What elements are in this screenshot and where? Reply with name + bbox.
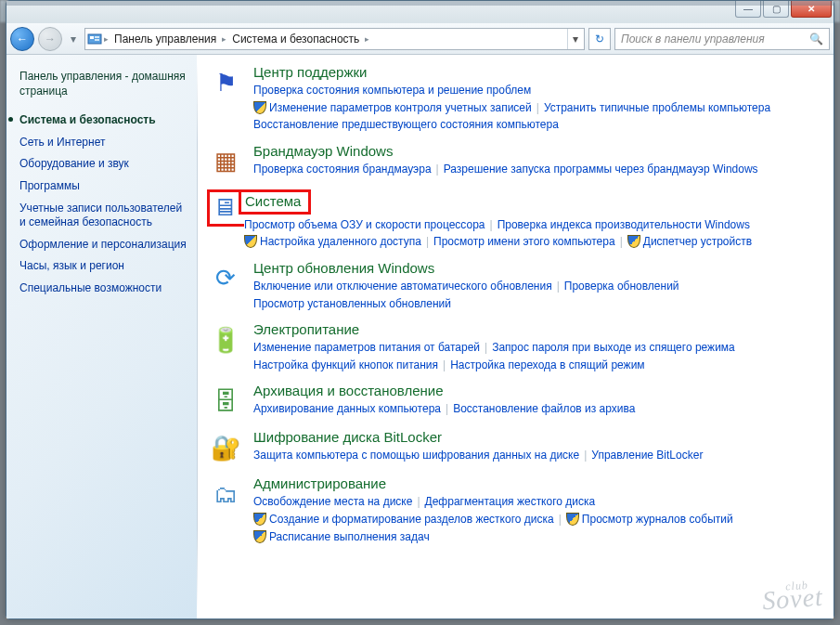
windows-update-icon: ⟳ [207, 260, 244, 297]
flag-icon: ⚑ [207, 64, 244, 101]
task-link[interactable]: Защита компьютера с помощью шифрования д… [253, 449, 579, 462]
link-row: Архивирование данных компьютера|Восстано… [253, 400, 819, 418]
category: 🗄Архивация и восстановлениеАрхивирование… [207, 383, 819, 420]
category-title-link[interactable]: Шифрование диска BitLocker [253, 429, 442, 445]
category-title-link[interactable]: Центр поддержки [253, 64, 367, 80]
sidebar-item-user-accounts[interactable]: Учетные записи пользователей и семейная … [19, 198, 189, 234]
task-link[interactable]: Управление BitLocker [591, 449, 703, 462]
task-link[interactable]: Настройка перехода в спящий режим [450, 358, 644, 371]
task-link[interactable]: Проверка состояния компьютера и решение … [253, 84, 531, 97]
link-separator: | [490, 218, 493, 231]
task-link[interactable]: Запрос пароля при выходе из спящего режи… [492, 341, 735, 354]
task-link[interactable]: Изменение параметров питания от батарей [253, 341, 480, 354]
sidebar-item-ease-of-access[interactable]: Специальные возможности [19, 278, 189, 300]
task-link[interactable]: Архивирование данных компьютера [253, 402, 441, 415]
task-link[interactable]: Просмотр журналов событий [582, 513, 733, 526]
task-link[interactable]: Просмотр имени этого компьютера [433, 235, 615, 248]
sidebar-item-programs[interactable]: Программы [19, 176, 189, 198]
link-separator: | [559, 513, 562, 526]
task-link[interactable]: Просмотр установленных обновлений [253, 297, 451, 310]
category-title-link[interactable]: Брандмауэр Windows [253, 143, 393, 159]
task-link[interactable]: Освобождение места на диске [253, 495, 412, 508]
link-row: Изменение параметров питания от батарей|… [253, 339, 819, 357]
search-input[interactable]: Поиск в панели управления 🔍 [614, 28, 830, 50]
task-link[interactable]: Проверка состояния брандмауэра [253, 163, 432, 176]
breadcrumb-item[interactable]: Система и безопасность [228, 33, 363, 46]
task-link[interactable]: Диспетчер устройств [643, 235, 752, 248]
category-title-link[interactable]: Электропитание [253, 321, 359, 337]
link-row: Восстановление предшествующего состояния… [253, 116, 819, 134]
task-link[interactable]: Проверка индекса производительности Wind… [498, 218, 750, 231]
task-link[interactable]: Восстановление файлов из архива [453, 402, 635, 415]
category-title-link[interactable]: Архивация и восстановление [253, 383, 444, 398]
breadcrumb-sep-icon: ▸ [104, 34, 109, 44]
breadcrumb-dropdown[interactable]: ▾ [567, 29, 582, 49]
category: ⟳Центр обновления WindowsВключение или о… [207, 260, 819, 312]
task-link[interactable]: Расписание выполнения задач [269, 530, 430, 543]
link-row: Расписание выполнения задач [253, 528, 819, 546]
task-link[interactable]: Включение или отключение автоматического… [253, 280, 552, 293]
task-link[interactable]: Дефрагментация жесткого диска [425, 495, 596, 508]
history-dropdown[interactable]: ▾ [66, 31, 81, 47]
sidebar-home-link[interactable]: Панель управления - домашняя страница [19, 66, 189, 102]
category: 🔐Шифрование диска BitLockerЗащита компью… [207, 429, 819, 466]
task-link[interactable]: Настройка удаленного доступа [260, 235, 421, 248]
task-link[interactable]: Просмотр объема ОЗУ и скорости процессор… [244, 218, 485, 231]
link-row: Проверка состояния компьютера и решение … [253, 82, 819, 99]
task-link[interactable]: Разрешение запуска программы через бранд… [444, 163, 758, 176]
bitlocker-icon: 🔐 [207, 429, 244, 466]
breadcrumb[interactable]: ▸ Панель управления ▸ Система и безопасн… [84, 28, 585, 50]
admin-tools-icon: 🗂 [207, 475, 244, 513]
link-separator: | [485, 341, 487, 354]
link-separator: | [426, 235, 429, 248]
firewall-icon: ▦ [207, 143, 244, 180]
close-button[interactable]: ✕ [791, 1, 832, 18]
category-body: Центр обновления WindowsВключение или от… [253, 260, 819, 312]
refresh-button[interactable]: ↻ [588, 28, 611, 50]
sidebar: Панель управления - домашняя страница Си… [6, 55, 197, 618]
category-body: АдминистрированиеОсвобождение места на д… [253, 475, 819, 545]
link-separator: | [557, 280, 560, 293]
task-link[interactable]: Устранить типичные проблемы компьютера [544, 101, 770, 114]
link-row: Настройка функций кнопок питания|Настрой… [253, 357, 819, 374]
search-placeholder: Поиск в панели управления [621, 33, 765, 46]
forward-button[interactable]: → [38, 27, 62, 51]
breadcrumb-sep-icon: ▸ [222, 34, 226, 44]
svg-rect-1 [90, 36, 94, 39]
task-link[interactable]: Проверка обновлений [564, 280, 679, 293]
category-title-link[interactable]: Администрирование [253, 475, 386, 491]
power-icon: 🔋 [207, 321, 244, 358]
task-link[interactable]: Изменение параметров контроля учетных за… [269, 101, 532, 114]
category: 🖥СистемаПросмотр объема ОЗУ и скорости п… [207, 189, 819, 251]
link-row: Защита компьютера с помощью шифрования д… [253, 447, 819, 464]
task-link[interactable]: Создание и форматирование разделов жестк… [269, 513, 554, 526]
category: ▦Брандмауэр WindowsПроверка состояния бр… [207, 143, 819, 180]
category-body: Центр поддержкиПроверка состояния компью… [253, 64, 819, 134]
navigation-bar: ← → ▾ ▸ Панель управления ▸ Система и бе… [6, 23, 834, 55]
titlebar[interactable]: — ▢ ✕ [6, 1, 834, 23]
uac-shield-icon [244, 235, 257, 248]
link-separator: | [443, 358, 446, 371]
minimize-button[interactable]: — [735, 1, 761, 18]
sidebar-item-clock-lang-region[interactable]: Часы, язык и регион [19, 255, 189, 278]
category-title-link[interactable]: Система [239, 189, 311, 215]
link-row: Настройка удаленного доступа|Просмотр им… [244, 233, 819, 251]
breadcrumb-item[interactable]: Панель управления [110, 33, 220, 46]
category-title-link[interactable]: Центр обновления Windows [253, 260, 434, 276]
link-row: Создание и форматирование разделов жестк… [253, 511, 819, 528]
sidebar-item-network[interactable]: Сеть и Интернет [19, 132, 189, 154]
sidebar-item-appearance[interactable]: Оформление и персонализация [19, 234, 189, 256]
link-row: Изменение параметров контроля учетных за… [253, 99, 819, 117]
search-icon[interactable]: 🔍 [809, 33, 823, 46]
back-button[interactable]: ← [10, 27, 34, 51]
maximize-button[interactable]: ▢ [763, 1, 789, 18]
task-link[interactable]: Восстановление предшествующего состояния… [253, 118, 559, 131]
link-row: Освобождение места на диске|Дефрагментац… [253, 493, 819, 511]
task-link[interactable]: Настройка функций кнопок питания [253, 358, 438, 371]
category-body: Архивация и восстановлениеАрхивирование … [253, 383, 819, 420]
sidebar-item-hardware-sound[interactable]: Оборудование и звук [19, 153, 189, 176]
body: Панель управления - домашняя страница Си… [6, 55, 834, 618]
link-separator: | [417, 495, 420, 508]
link-separator: | [436, 163, 439, 176]
sidebar-item-system-security[interactable]: Система и безопасность [19, 110, 189, 132]
